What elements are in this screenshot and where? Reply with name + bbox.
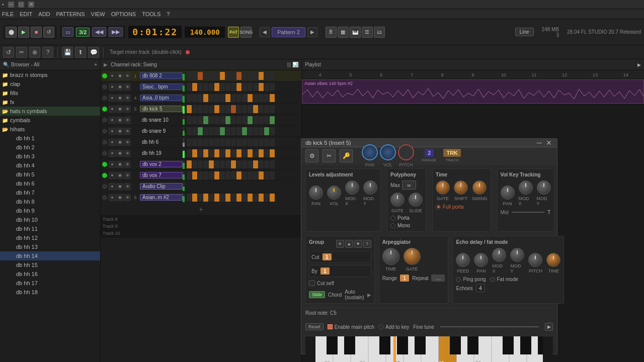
pan-knob[interactable] — [362, 144, 378, 160]
pad[interactable] — [242, 72, 247, 80]
pad[interactable] — [264, 160, 269, 168]
sidebar-item-fills[interactable]: 📁 fills — [0, 88, 100, 98]
pad[interactable] — [225, 105, 230, 113]
fat-mode-toggle[interactable]: Fat mode — [490, 277, 518, 282]
ch-name-audioclip[interactable]: Audio Clip — [140, 183, 183, 190]
pad[interactable] — [192, 127, 197, 135]
pad[interactable] — [225, 171, 230, 179]
ch-mute-audioclip[interactable]: ● — [109, 183, 116, 190]
vkt-modx-knob[interactable] — [519, 180, 533, 195]
pad[interactable] — [236, 138, 242, 146]
ch-vol-vox2[interactable] — [183, 160, 185, 169]
group-up-btn[interactable]: ▲ — [345, 240, 353, 248]
ch-solo-snare9[interactable]: ◉ — [116, 128, 123, 135]
mono-radio[interactable]: Mono — [390, 223, 423, 228]
pad[interactable] — [214, 138, 219, 146]
beats-display[interactable]: 3/2 — [76, 28, 90, 37]
ch-vol-asian[interactable] — [183, 193, 185, 202]
cs-tool-func3[interactable]: 🔑 — [340, 149, 353, 162]
pad[interactable] — [203, 127, 208, 135]
ch-name-hh19[interactable]: db hh 19 — [140, 150, 183, 156]
pad[interactable] — [225, 160, 230, 168]
ch-solo-sauc[interactable]: ◉ — [116, 83, 123, 90]
ch-vol-kick5[interactable] — [183, 105, 185, 114]
bpm-display[interactable]: 140.000 — [185, 27, 225, 38]
ch-vol-808[interactable] — [183, 71, 185, 80]
ch-solo-asian[interactable]: ◉ — [116, 194, 123, 201]
sidebar-item-hh18[interactable]: db hh 18 — [0, 288, 100, 297]
pad[interactable] — [248, 83, 253, 91]
menu-edit[interactable]: EDIT — [20, 11, 32, 17]
sidebar-item-cymbals[interactable]: 📁 cymbals — [0, 116, 100, 125]
pad[interactable] — [203, 149, 208, 157]
ch-solo-hh6[interactable]: ◉ — [116, 139, 123, 146]
pad[interactable] — [259, 72, 264, 80]
pad[interactable] — [270, 127, 275, 135]
sidebar-item-hh17[interactable]: db hh 17 — [0, 279, 100, 288]
vol-knob[interactable] — [380, 144, 396, 160]
pad[interactable] — [225, 194, 230, 202]
line-selector[interactable]: Line — [515, 28, 534, 36]
ch-mute-vox7[interactable]: ● — [109, 172, 116, 179]
pad[interactable] — [236, 127, 242, 135]
pad[interactable] — [225, 127, 230, 135]
playlist-track-1[interactable]: Asian vibes 140 bpm #2 — [302, 79, 644, 105]
channel-collapse-btn[interactable]: ▶ — [104, 62, 108, 67]
piano-roll-btn[interactable]: 🎹 — [350, 27, 361, 38]
pad[interactable] — [231, 171, 236, 179]
cut-self-checkbox[interactable] — [309, 280, 315, 286]
pad[interactable] — [248, 105, 253, 113]
pad[interactable] — [225, 149, 230, 157]
pad[interactable] — [209, 72, 214, 80]
ch-fx-vox7[interactable]: ⊕ — [124, 172, 131, 179]
browser-btn[interactable]: 🗂 — [374, 27, 385, 38]
pad[interactable] — [264, 194, 269, 202]
ch-row-asia[interactable]: ● ◉ ⊕ 4 Asia..0 bpm — [101, 93, 301, 104]
pad[interactable] — [187, 160, 192, 168]
pad[interactable] — [187, 94, 192, 102]
ch-row-hh6[interactable]: ● ◉ ⊕ db hh 6 — [101, 137, 301, 148]
ch-row-snare9[interactable]: ● ◉ ⊕ db snare 9 — [101, 126, 301, 137]
next-beat-btn[interactable]: ▶▶ — [109, 27, 123, 37]
song-mode-btn[interactable]: PAT — [228, 27, 239, 38]
undo-btn[interactable]: ↺ — [3, 47, 14, 58]
sidebar-item-clap[interactable]: 📁 clap — [0, 79, 100, 88]
pad[interactable] — [198, 94, 203, 102]
ch-solo-kick5[interactable]: ◉ — [116, 106, 123, 113]
mody-level-knob[interactable] — [363, 180, 377, 195]
pad[interactable] — [259, 105, 264, 113]
pad[interactable] — [264, 149, 269, 157]
pad[interactable] — [220, 94, 225, 102]
pad[interactable] — [231, 138, 236, 146]
pad[interactable] — [192, 94, 197, 102]
pad[interactable] — [236, 116, 242, 124]
ch-solo-asia[interactable]: ◉ — [116, 95, 123, 102]
play-btn[interactable]: ▶ — [18, 27, 29, 38]
echoes-value[interactable]: 4 — [476, 284, 485, 292]
pad[interactable] — [192, 72, 197, 80]
pad[interactable] — [253, 94, 258, 102]
pad[interactable] — [214, 160, 219, 168]
pan-level-knob[interactable] — [309, 186, 323, 200]
pad[interactable] — [192, 83, 197, 91]
pad[interactable] — [198, 72, 203, 80]
pad[interactable] — [242, 160, 247, 168]
sidebar-item-hh12[interactable]: db hh 12 — [0, 233, 100, 242]
pad[interactable] — [187, 138, 192, 146]
sidebar-item-hihats[interactable]: 📂 hihats — [0, 125, 100, 134]
max-input[interactable]: ∞ — [402, 180, 416, 190]
ping-pong-toggle[interactable]: Ping pong — [456, 277, 486, 282]
stop-btn[interactable]: ■ — [31, 27, 42, 38]
pad[interactable] — [236, 149, 242, 157]
group-down-btn[interactable]: ▼ — [354, 240, 362, 248]
sidebar-item-hh1[interactable]: db hh 1 — [0, 134, 100, 143]
chord-expand-btn[interactable]: ▶ — [367, 292, 371, 298]
ch-solo-snare10[interactable]: ◉ — [116, 117, 123, 124]
step-mode-btn[interactable]: ⚏ — [62, 27, 73, 37]
reset-btn[interactable]: Reset — [305, 323, 324, 330]
pad[interactable] — [192, 138, 197, 146]
save-btn[interactable]: 💾 — [62, 47, 73, 58]
sidebar-add-btn[interactable]: + — [94, 62, 97, 67]
pad[interactable] — [242, 171, 247, 179]
ch-name-kick5[interactable]: db kick 5 — [140, 106, 183, 112]
